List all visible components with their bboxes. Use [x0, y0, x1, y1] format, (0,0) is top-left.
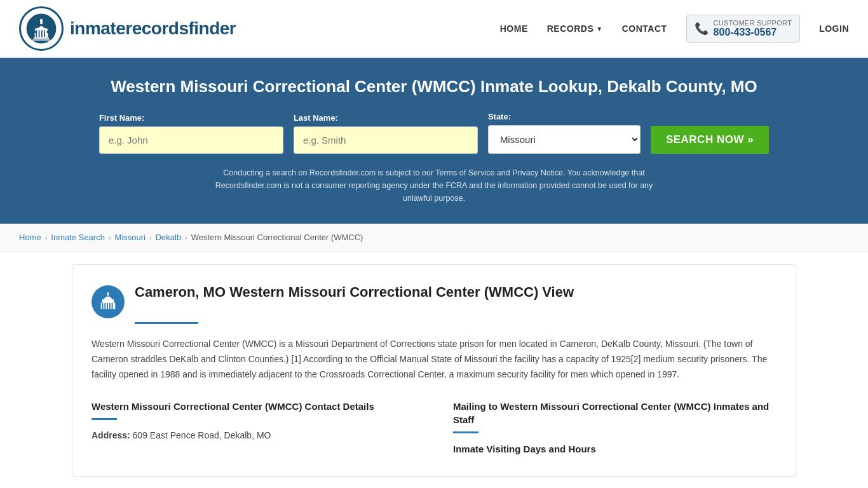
svg-rect-6 [36, 30, 37, 37]
breadcrumb-link[interactable]: Missouri [115, 233, 146, 242]
nav-login[interactable]: LOGIN [819, 24, 849, 34]
breadcrumb: Home›Inmate Search›Missouri›Dekalb›Weste… [0, 224, 868, 252]
svg-rect-19 [109, 303, 111, 309]
breadcrumb-current: Western Missouri Correctional Center (WM… [191, 233, 363, 242]
customer-support-box: 📞 CUSTOMER SUPPORT 800-433-0567 [686, 15, 801, 43]
mailing-title: Mailing to Western Missouri Correctional… [453, 400, 776, 426]
contact-title: Western Missouri Correctional Center (WM… [92, 400, 415, 413]
state-group: State: AlabamaAlaskaArizonaArkansasCalif… [488, 112, 641, 154]
svg-rect-20 [112, 303, 113, 309]
breadcrumb-separator: › [149, 234, 152, 241]
info-columns: Western Missouri Correctional Center (WM… [92, 400, 776, 457]
logo-text: inmaterecordsfinder [70, 18, 236, 39]
first-name-label: First Name: [99, 113, 283, 123]
hero-title: Western Missouri Correctional Center (WM… [13, 77, 855, 97]
nav-home[interactable]: HOME [500, 24, 528, 34]
breadcrumb-link[interactable]: Inmate Search [51, 233, 105, 242]
svg-point-5 [40, 19, 43, 22]
facility-description: Western Missouri Correctional Center (WM… [92, 337, 776, 382]
svg-rect-7 [39, 30, 40, 37]
mailing-column: Mailing to Western Missouri Correctional… [453, 400, 776, 457]
svg-rect-16 [102, 303, 104, 309]
contact-column: Western Missouri Correctional Center (WM… [92, 400, 415, 457]
content-card: Cameron, MO Western Missouri Correctiona… [72, 264, 796, 477]
hero-disclaimer: Conducting a search on Recordsfinder.com… [212, 166, 656, 205]
breadcrumb-link[interactable]: Home [19, 233, 41, 242]
first-name-group: First Name: [99, 113, 283, 154]
svg-rect-18 [107, 303, 108, 309]
chevron-down-icon: ▼ [596, 25, 602, 32]
site-header: inmaterecordsfinder HOME RECORDS ▼ CONTA… [0, 0, 868, 58]
address-label: Address: [92, 430, 130, 440]
breadcrumb-separator: › [185, 234, 187, 241]
contact-underline [92, 418, 117, 420]
hero-section: Western Missouri Correctional Center (WM… [0, 58, 868, 224]
svg-rect-10 [34, 37, 49, 39]
address-line: Address: 609 East Pence Road, Dekalb, MO [92, 430, 415, 440]
last-name-group: Last Name: [294, 113, 478, 154]
last-name-label: Last Name: [294, 113, 478, 123]
last-name-input[interactable] [294, 126, 478, 154]
state-select[interactable]: AlabamaAlaskaArizonaArkansasCaliforniaCo… [488, 125, 641, 154]
address-value: 609 East Pence Road, Dekalb, MO [133, 430, 271, 440]
svg-rect-13 [102, 299, 114, 304]
support-info: CUSTOMER SUPPORT 800-433-0567 [714, 19, 792, 38]
svg-rect-9 [44, 30, 45, 37]
search-form: First Name: Last Name: State: AlabamaAla… [13, 112, 855, 154]
mailing-underline [453, 431, 478, 433]
nav-contact[interactable]: CONTACT [622, 24, 667, 34]
logo-icon [19, 6, 64, 51]
facility-title: Cameron, MO Western Missouri Correctiona… [135, 284, 574, 301]
title-underline [135, 322, 198, 324]
nav-records[interactable]: RECORDS ▼ [547, 24, 603, 34]
svg-rect-17 [104, 303, 105, 309]
state-label: State: [488, 112, 641, 121]
breadcrumb-link[interactable]: Dekalb [156, 233, 181, 242]
facility-header: Cameron, MO Western Missouri Correctiona… [92, 284, 776, 318]
facility-icon [92, 285, 125, 318]
breadcrumb-separator: › [45, 234, 48, 241]
logo-area: inmaterecordsfinder [19, 6, 236, 51]
visiting-title: Inmate Visiting Days and Hours [453, 444, 776, 454]
breadcrumb-separator: › [109, 234, 111, 241]
phone-icon: 📞 [695, 22, 709, 36]
main-nav: HOME RECORDS ▼ CONTACT 📞 CUSTOMER SUPPOR… [500, 15, 849, 43]
main-content: Cameron, MO Western Missouri Correctiona… [53, 252, 815, 488]
svg-point-15 [107, 292, 109, 294]
svg-rect-8 [41, 30, 43, 37]
search-button[interactable]: SEARCH NOW » [651, 126, 769, 154]
svg-rect-11 [32, 39, 50, 41]
first-name-input[interactable] [99, 126, 283, 154]
